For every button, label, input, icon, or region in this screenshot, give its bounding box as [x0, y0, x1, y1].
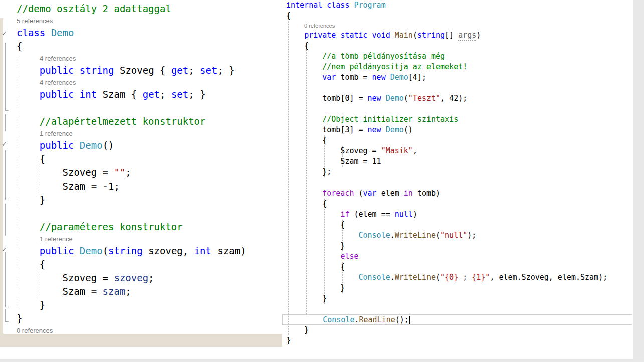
- codelens-reference-link[interactable]: 5 references: [0, 16, 282, 26]
- code-line[interactable]: public Demo(): [0, 139, 282, 152]
- code-line[interactable]: };: [282, 167, 633, 177]
- code-line[interactable]: }: [282, 241, 633, 251]
- blank-line: [282, 304, 633, 314]
- code-line[interactable]: else: [282, 251, 633, 262]
- code-line[interactable]: {: [0, 152, 282, 166]
- code-line[interactable]: Szoveg = szoveg;: [0, 271, 282, 285]
- code-line[interactable]: public Demo(string szoveg, int szam): [0, 244, 282, 258]
- code-line[interactable]: //a tömb példányosítása még: [282, 51, 633, 62]
- code-line[interactable]: foreach (var elem in tomb): [282, 188, 633, 199]
- code-line[interactable]: {: [282, 199, 633, 209]
- code-line[interactable]: }: [0, 298, 282, 312]
- code-line[interactable]: {: [282, 135, 633, 146]
- codelens-reference-link[interactable]: 4 references: [0, 77, 282, 88]
- code-line[interactable]: }: [282, 293, 633, 304]
- code-line[interactable]: }: [282, 283, 633, 293]
- codelens-reference-link[interactable]: 1 reference: [0, 234, 282, 244]
- code-line[interactable]: var tomb = new Demo[4];: [282, 72, 633, 83]
- code-line[interactable]: Szoveg = "Masik",: [282, 146, 633, 156]
- code-line[interactable]: //Object initializer szintaxis: [282, 114, 633, 125]
- code-line[interactable]: //demo osztály 2 adattaggal: [0, 2, 282, 16]
- code-line[interactable]: class Demo: [0, 26, 282, 40]
- codelens-reference-link[interactable]: 1 reference: [0, 128, 282, 139]
- code-line[interactable]: {: [282, 262, 633, 272]
- code-line[interactable]: {: [0, 258, 282, 271]
- code-line[interactable]: Szam = szam;: [0, 285, 282, 298]
- code-line[interactable]: public string Szoveg { get; set; }: [0, 64, 282, 77]
- code-line[interactable]: {: [282, 220, 633, 230]
- code-line[interactable]: tomb[3] = new Demo(): [282, 125, 633, 135]
- code-line[interactable]: private static void Main(string[] args): [282, 30, 633, 41]
- code-line[interactable]: if (elem == null): [282, 209, 633, 220]
- bottom-bar: [0, 359, 644, 362]
- codelens-reference-link[interactable]: 4 references: [0, 53, 282, 64]
- text-cursor: [409, 316, 410, 324]
- blank-line: [0, 207, 282, 220]
- code-line[interactable]: }: [282, 335, 633, 346]
- code-line[interactable]: Console.ReadLine();: [282, 314, 632, 325]
- code-line[interactable]: {: [0, 40, 282, 53]
- code-line[interactable]: tomb[0] = new Demo("Teszt", 42);: [282, 93, 633, 104]
- code-line[interactable]: //alapértelmezett konstruktor: [0, 115, 282, 128]
- code-line[interactable]: }: [0, 193, 282, 207]
- code-line[interactable]: Console.WriteLine("null");: [282, 230, 633, 241]
- blank-line: [0, 101, 282, 115]
- blank-line: [282, 104, 633, 114]
- code-line[interactable]: Console.WriteLine("{0} ; {1}", elem.Szov…: [282, 272, 633, 283]
- code-line[interactable]: Szam = 11: [282, 156, 633, 167]
- codelens-reference-link[interactable]: 0 references: [0, 325, 282, 336]
- code-line[interactable]: }: [282, 325, 633, 335]
- blank-line: [282, 177, 633, 188]
- code-line[interactable]: }: [0, 312, 282, 325]
- code-line[interactable]: {: [282, 11, 633, 21]
- code-line[interactable]: //paraméteres konstruktor: [0, 220, 282, 234]
- right-editor-pane[interactable]: internal class Program{0 references priv…: [282, 0, 633, 346]
- code-line[interactable]: {: [282, 41, 633, 51]
- vertical-scrollbar[interactable]: [633, 0, 644, 359]
- code-line[interactable]: internal class Program: [282, 0, 633, 11]
- code-line[interactable]: Szoveg = "";: [0, 166, 282, 179]
- codelens-reference-link[interactable]: 0 references: [282, 21, 633, 30]
- code-line[interactable]: public int Szam { get; set; }: [0, 88, 282, 101]
- left-editor-pane[interactable]: //demo osztály 2 adattaggal5 referencesc…: [0, 2, 282, 336]
- code-line[interactable]: Szam = -1;: [0, 179, 282, 193]
- code-line[interactable]: //nem példányosítja az elemeket!: [282, 62, 633, 72]
- blank-line: [282, 83, 633, 93]
